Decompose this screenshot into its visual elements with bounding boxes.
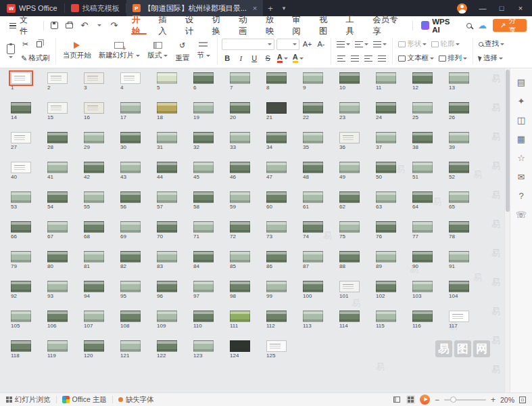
slide-thumbnail[interactable] <box>84 72 104 84</box>
slide-thumbnail[interactable] <box>157 132 177 143</box>
redo-button[interactable]: ↷ <box>108 19 120 32</box>
align-left-button[interactable] <box>335 53 347 64</box>
slide-thumbnail[interactable] <box>84 251 104 263</box>
align-center-button[interactable] <box>349 53 360 64</box>
slide-thumbnail[interactable] <box>412 72 433 84</box>
slide-thumbnail[interactable] <box>449 102 469 114</box>
slide-thumbnail[interactable] <box>157 102 177 114</box>
shape-button[interactable]: 形状 <box>397 39 428 50</box>
share-button[interactable]: ↗ 分享 <box>493 19 527 32</box>
slide-thumbnail[interactable] <box>157 281 177 292</box>
slide-thumbnail[interactable] <box>266 221 287 233</box>
slide-thumbnail[interactable] <box>266 251 287 263</box>
slide-thumbnail[interactable] <box>339 281 360 292</box>
minimize-button[interactable]: — <box>474 0 491 16</box>
slide-thumbnail[interactable] <box>339 162 360 173</box>
slide-thumbnail[interactable] <box>11 251 31 263</box>
favorites-icon[interactable]: ☆ <box>517 154 525 162</box>
slide-thumbnail[interactable] <box>339 311 360 322</box>
menu-tab-5[interactable]: 动画 <box>233 16 260 35</box>
select-button[interactable]: 选择 <box>477 53 504 64</box>
file-menu-button[interactable]: 文件 <box>5 14 39 37</box>
slide-thumbnail[interactable] <box>266 132 287 143</box>
slide-thumbnail[interactable] <box>84 311 104 322</box>
slide-thumbnail[interactable] <box>157 221 177 233</box>
slide-thumbnail[interactable] <box>266 102 287 114</box>
slide-thumbnail[interactable] <box>120 132 141 143</box>
slide-thumbnail[interactable] <box>47 102 68 114</box>
slide-thumbnail[interactable] <box>11 281 31 292</box>
slide-thumbnail[interactable] <box>11 102 31 114</box>
slide-thumbnail[interactable] <box>47 191 68 203</box>
slide-thumbnail[interactable] <box>157 191 177 203</box>
slide-thumbnail[interactable] <box>449 281 469 292</box>
slide-thumbnail[interactable] <box>376 251 396 263</box>
selection-pane-icon[interactable]: ◫ <box>517 116 525 125</box>
slide-thumbnail[interactable] <box>339 102 360 114</box>
strikethrough-button[interactable]: S <box>262 53 274 64</box>
slide-thumbnail[interactable] <box>47 311 68 322</box>
slide-thumbnail[interactable] <box>84 132 104 143</box>
slide-thumbnail[interactable] <box>412 221 433 233</box>
menu-tab-10[interactable]: 会员专享 <box>366 16 408 35</box>
slide-thumbnail[interactable] <box>120 191 141 203</box>
menu-tab-2[interactable]: 插入 <box>152 16 179 35</box>
close-button[interactable]: × <box>512 0 529 16</box>
copy-button[interactable] <box>33 39 45 50</box>
slide-thumbnail[interactable] <box>11 191 31 203</box>
slide-thumbnail[interactable] <box>84 281 104 292</box>
text-box-button[interactable]: 文本框 <box>397 53 435 64</box>
new-slide-button[interactable]: 新建幻灯片 <box>96 41 143 61</box>
justify-button[interactable] <box>376 53 387 64</box>
slide-thumbnail[interactable] <box>303 221 323 233</box>
slideshow-play-button[interactable] <box>420 394 430 405</box>
slide-thumbnail[interactable] <box>157 340 177 352</box>
slide-thumbnail[interactable] <box>11 311 31 322</box>
slide-thumbnail[interactable] <box>339 132 360 143</box>
slide-thumbnail[interactable] <box>449 72 469 84</box>
slide-thumbnail[interactable] <box>193 102 214 114</box>
play-from-current-button[interactable]: 当页开始 <box>60 41 94 61</box>
slide-thumbnail[interactable] <box>266 311 287 322</box>
vertical-scrollbar[interactable] <box>504 68 510 392</box>
slide-thumbnail[interactable] <box>157 251 177 263</box>
slide-thumbnail[interactable] <box>449 191 469 203</box>
find-button[interactable]: 查找 <box>477 39 506 50</box>
properties-icon[interactable]: ▤ <box>517 78 525 87</box>
slide-thumbnail[interactable] <box>376 281 396 292</box>
slide-thumbnail[interactable] <box>120 311 141 322</box>
slide-thumbnail[interactable] <box>303 162 323 173</box>
slide-thumbnail[interactable] <box>303 191 323 203</box>
slide-thumbnail[interactable] <box>449 311 469 322</box>
slide-thumbnail[interactable] <box>339 221 360 233</box>
zoom-slider-knob[interactable] <box>450 397 456 403</box>
slide-thumbnail[interactable] <box>84 162 104 173</box>
slide-thumbnail[interactable] <box>230 251 250 263</box>
slide-thumbnail[interactable] <box>230 221 250 233</box>
save-button[interactable] <box>49 19 61 32</box>
slide-thumbnail[interactable] <box>230 281 250 292</box>
slide-thumbnail[interactable] <box>412 162 433 173</box>
slide-thumbnail[interactable] <box>193 251 214 263</box>
slide-thumbnail[interactable] <box>11 340 31 352</box>
slide-thumbnail[interactable] <box>376 132 396 143</box>
slide-thumbnail[interactable] <box>449 221 469 233</box>
slide-thumbnail[interactable] <box>193 191 214 203</box>
menu-tab-6[interactable]: 放映 <box>260 16 287 35</box>
slide-thumbnail[interactable] <box>412 102 433 114</box>
slide-thumbnail[interactable] <box>230 340 250 352</box>
slide-thumbnail[interactable] <box>449 162 469 173</box>
slide-thumbnail[interactable] <box>84 191 104 203</box>
print-button[interactable] <box>64 19 76 32</box>
menu-tab-4[interactable]: 切换 <box>205 16 233 35</box>
user-avatar[interactable] <box>457 3 467 14</box>
slide-thumbnail[interactable] <box>84 340 104 352</box>
underline-button[interactable]: U <box>249 53 260 64</box>
feedback-icon[interactable]: ✉ <box>518 173 525 181</box>
menu-tab-8[interactable]: 视图 <box>313 16 340 35</box>
font-family-combo[interactable] <box>222 39 274 50</box>
tab-close-icon[interactable]: × <box>253 4 257 12</box>
slide-thumbnail[interactable] <box>449 132 469 143</box>
search-button[interactable] <box>463 19 475 32</box>
slide-thumbnail[interactable] <box>266 191 287 203</box>
